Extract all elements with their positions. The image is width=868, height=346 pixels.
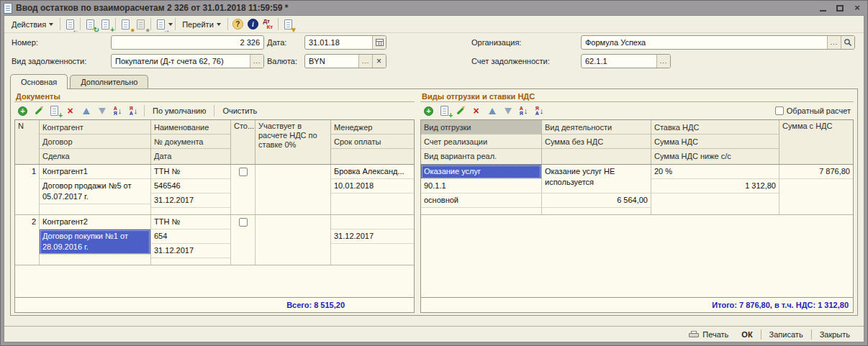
contract-cell-selected[interactable]: Договор покупки №1 от 28.09.2016 г.: [40, 229, 150, 255]
variant-cell[interactable]: основной: [421, 194, 541, 208]
refresh-button[interactable]: ↻: [83, 17, 98, 32]
column-header-vat-rate[interactable]: Ставка НДС: [651, 120, 779, 135]
ok-button[interactable]: ОК: [736, 329, 757, 340]
sort-asc-button[interactable]: АЯ ↓: [517, 104, 530, 117]
checkbox-unchecked[interactable]: [239, 218, 248, 227]
currency-select-button[interactable]: ...: [358, 55, 372, 68]
debt-type-select-button[interactable]: ...: [250, 55, 263, 68]
documents-table-empty-area[interactable]: [15, 265, 414, 297]
column-header-n[interactable]: N: [15, 120, 39, 164]
tab-main[interactable]: Основная: [10, 74, 68, 89]
row-number-cell[interactable]: 1: [15, 165, 39, 179]
copy-row-button[interactable]: +: [48, 104, 61, 117]
unpost-document-button[interactable]: ●: [133, 17, 148, 32]
tab-additional[interactable]: Дополнительно: [70, 75, 148, 88]
help-button[interactable]: ?: [230, 17, 245, 32]
activity-cell[interactable]: Оказание услуг НЕ используется: [542, 165, 651, 194]
print-button[interactable]: Печать: [683, 329, 733, 340]
clear-button[interactable]: Очистить: [218, 105, 261, 117]
move-down-button[interactable]: [501, 104, 515, 117]
date-field[interactable]: 31.01.18: [304, 35, 386, 50]
move-down-button[interactable]: [95, 104, 109, 117]
vat0-cell[interactable]: [256, 215, 330, 265]
column-header-contractor[interactable]: Контрагент: [40, 120, 150, 135]
column-header-shipment-type[interactable]: Вид отгрузки: [421, 120, 541, 135]
column-header-vat-below-cost[interactable]: Сумма НДС ниже с/с: [651, 149, 779, 163]
add-row-button[interactable]: +: [422, 104, 435, 117]
organization-select-button[interactable]: ...: [827, 36, 841, 49]
currency-field[interactable]: BYN ... ×: [304, 54, 386, 68]
doc-date-cell[interactable]: 31.12.2017: [151, 244, 230, 258]
checkbox-unchecked[interactable]: [239, 168, 248, 176]
copy-row-button[interactable]: +: [438, 104, 451, 117]
amount-with-vat-cell[interactable]: 7 876,80: [779, 165, 853, 179]
column-header-vat0[interactable]: Участвует в расчете НДС по ставке 0%: [256, 120, 330, 164]
reverse-calc-checkbox[interactable]: [775, 106, 784, 115]
column-header-amount-no-vat[interactable]: Сумма без НДС: [542, 135, 651, 149]
doc-type-cell[interactable]: ТТН №: [151, 215, 230, 229]
contract-cell[interactable]: Договор продажи №5 от 05.07.2017 г.: [40, 179, 150, 204]
sort-desc-button[interactable]: ЯА ↓: [127, 104, 140, 117]
due-date-cell[interactable]: 31.12.2017: [331, 229, 414, 244]
maximize-button[interactable]: [834, 3, 846, 13]
sort-desc-button[interactable]: ЯА ↓: [533, 104, 546, 117]
column-header-amount-with-vat[interactable]: Сумма с НДС: [779, 120, 853, 164]
doc-number-cell[interactable]: 546546: [151, 179, 230, 194]
edit-row-button[interactable]: [32, 104, 45, 117]
amount-no-vat-cell[interactable]: 6 564,00: [542, 194, 651, 208]
delete-row-button[interactable]: ×: [63, 104, 77, 117]
debt-type-field[interactable]: Покупатели (Д-т счета 62, 76) ...: [111, 54, 264, 68]
debt-account-field[interactable]: 62.1.1 ...: [581, 54, 671, 68]
vat-amount-cell[interactable]: 1 312,80: [651, 179, 779, 194]
deal-cell[interactable]: [40, 204, 150, 214]
copy-document-button[interactable]: +: [98, 17, 113, 32]
dtkt-button[interactable]: Дт Кт: [261, 17, 276, 32]
chevron-down-icon[interactable]: [168, 23, 173, 26]
save-button[interactable]: Записать: [764, 329, 808, 340]
sales-account-cell[interactable]: 90.1.1: [421, 179, 541, 194]
close-button[interactable]: ×: [851, 3, 863, 13]
move-up-button[interactable]: [485, 104, 499, 117]
storno-cell[interactable]: [231, 165, 255, 179]
column-header-activity[interactable]: Вид деятельности: [542, 120, 651, 135]
vat0-cell[interactable]: [256, 165, 330, 214]
contractor-cell[interactable]: Контрагент2: [40, 215, 150, 229]
write-close-button[interactable]: →: [153, 17, 168, 32]
doc-number-cell[interactable]: 654: [151, 229, 230, 244]
column-header-date[interactable]: Дата: [151, 149, 230, 163]
row-number-cell[interactable]: 2: [15, 215, 39, 229]
vat-rate-cell[interactable]: 20 %: [651, 165, 779, 179]
column-header-doc-number[interactable]: № документа: [151, 135, 230, 149]
column-header-variant[interactable]: Вид варианта реал.: [421, 149, 541, 163]
doc-type-cell[interactable]: ТТН №: [151, 165, 230, 179]
column-header-sales-account[interactable]: Счет реализации: [421, 135, 541, 149]
due-date-cell[interactable]: 10.01.2018: [331, 179, 414, 194]
minimize-button[interactable]: [817, 3, 828, 13]
shipments-table-empty-area[interactable]: [421, 215, 853, 297]
calendar-button[interactable]: [372, 36, 386, 49]
sort-asc-button[interactable]: АЯ ↓: [111, 104, 125, 117]
move-up-button[interactable]: [79, 104, 93, 117]
deal-cell[interactable]: [40, 255, 150, 265]
number-field[interactable]: 2 326: [111, 35, 264, 50]
manager-cell[interactable]: [331, 215, 414, 229]
debt-account-select-button[interactable]: ...: [656, 55, 670, 68]
report-button[interactable]: ▼: [281, 17, 296, 32]
column-header-vat-amount[interactable]: Сумма НДС: [651, 135, 779, 149]
edit-row-button[interactable]: [453, 104, 467, 117]
post-document-button[interactable]: ●: [118, 17, 133, 32]
column-header-due[interactable]: Срок оплаты: [331, 135, 414, 149]
info-button[interactable]: i: [245, 17, 261, 32]
doc-date-cell[interactable]: 31.12.2017: [151, 194, 230, 208]
reread-button[interactable]: ←: [63, 17, 78, 32]
column-header-deal[interactable]: Сделка: [40, 149, 150, 163]
organization-field[interactable]: Формула Успеха ...: [581, 35, 855, 50]
add-row-button[interactable]: +: [16, 104, 30, 117]
column-header-contract[interactable]: Договор: [40, 135, 150, 149]
shipment-type-cell-selected[interactable]: Оказание услуг: [421, 165, 541, 179]
default-button[interactable]: По умолчанию: [148, 105, 210, 117]
column-header-name[interactable]: Наименование: [151, 120, 230, 135]
column-header-manager[interactable]: Менеджер: [331, 120, 414, 135]
currency-clear-button[interactable]: ×: [372, 55, 386, 68]
column-header-cost[interactable]: Сто...: [231, 120, 255, 164]
